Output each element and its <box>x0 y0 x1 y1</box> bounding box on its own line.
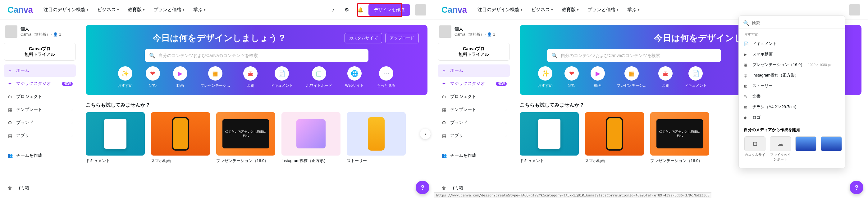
nav-pricing[interactable]: プランと価格▾ <box>584 5 622 14</box>
logo[interactable]: Canva <box>7 5 33 15</box>
hero-search[interactable]: 🔍 <box>547 49 721 62</box>
sidebar-item-apps[interactable]: ▤アプリ› <box>4 129 76 142</box>
dropdown-item-1[interactable]: ▶スマホ動画 <box>739 49 845 60</box>
nav-education[interactable]: 教育版▾ <box>125 5 148 14</box>
sidebar-item-team[interactable]: 👥チームを作成 <box>438 149 510 162</box>
tile-media-1[interactable] <box>795 136 816 151</box>
sidebar-item-trash[interactable]: 🗑ゴミ箱 <box>4 182 76 194</box>
bell-icon[interactable]: 🔔 <box>355 4 366 15</box>
brand-icon: ✪ <box>441 120 447 125</box>
category-1[interactable]: ❤SNS <box>146 66 160 88</box>
status-bar-url: https://www.canva.com/design?create&type… <box>434 192 711 198</box>
chevron-right-icon: › <box>71 108 73 112</box>
nav-business[interactable]: ビジネス▾ <box>94 5 122 14</box>
card-presentation[interactable]: 伝えたい内容を いとも簡単に形へ <box>650 112 709 156</box>
sidebar-item-templates[interactable]: ▦テンプレート› <box>4 104 76 116</box>
tile-import[interactable]: ☁ <box>770 136 791 151</box>
item-icon: ✎ <box>744 94 749 99</box>
dropdown-item-6[interactable]: 🗎チラシ（A4 21×29.7cm） <box>739 102 845 112</box>
nav-featured[interactable]: 注目のデザイン機能▾ <box>474 5 526 14</box>
hero-search-input[interactable] <box>561 53 717 58</box>
nav-pricing[interactable]: プランと価格▾ <box>150 5 188 14</box>
logo[interactable]: Canva <box>441 5 467 15</box>
dropdown-item-3[interactable]: ◎Instagram投稿（正方形） <box>739 70 845 81</box>
apps-icon: ▤ <box>441 133 447 138</box>
carousel-next-button[interactable]: › <box>420 129 431 139</box>
category-icon: 🖶 <box>658 66 673 81</box>
hero-banner: 今日は何をデザインしましょう？ カスタムサイズ アップロード 🔍 ✨おすすめ❤S… <box>86 25 428 95</box>
item-icon: ◆ <box>744 115 749 120</box>
music-icon[interactable]: ♪ <box>328 4 339 15</box>
avatar[interactable] <box>849 4 860 15</box>
sidebar-item-brand[interactable]: ✪ブランド› <box>438 117 510 129</box>
main-content: 今日は何をデザインしましょう？ カスタムサイズ アップロード 🔍 ✨おすすめ❤S… <box>80 20 434 198</box>
user-avatar-icon <box>439 26 452 38</box>
nav-featured[interactable]: 注目のデザイン機能▾ <box>40 5 92 14</box>
sidebar-item-magic[interactable]: ✦マジックスタジオNEW <box>438 77 510 90</box>
dropdown-item-2[interactable]: ▦プレゼンテーション（16:9） 1920 × 1080 px <box>739 60 845 70</box>
category-4[interactable]: 🖶印刷 <box>658 66 673 88</box>
category-5[interactable]: 📄ドキュメント <box>684 66 707 88</box>
tile-custom-size[interactable]: ⊡ <box>744 136 766 151</box>
nav-education[interactable]: 教育版▾ <box>559 5 582 14</box>
category-2[interactable]: ▶動画 <box>591 66 605 88</box>
dropdown-search[interactable]: 🔍 <box>739 18 845 29</box>
category-0[interactable]: ✨おすすめ <box>118 66 133 88</box>
template-icon: ▦ <box>441 107 447 112</box>
create-design-button[interactable]: デザインを作成 <box>368 4 410 16</box>
category-1[interactable]: ❤SNS <box>564 66 579 88</box>
card-story[interactable] <box>347 112 406 156</box>
category-4[interactable]: 🖶印刷 <box>243 66 257 88</box>
sidebar: 個人 Canva（無料版） · 👤 1 Canvaプロ 無料トライアル ⌂ホーム… <box>434 20 514 198</box>
hero-title: 今日は何をデザインしましょう？ <box>94 32 344 44</box>
card-instagram[interactable] <box>281 112 340 156</box>
custom-size-button[interactable]: カスタムサイズ <box>344 33 382 43</box>
category-icon: ▶ <box>591 66 605 81</box>
user-block[interactable]: 個人 Canva（無料版） · 👤 1 <box>438 24 510 41</box>
upload-button[interactable]: アップロード <box>385 33 419 43</box>
sidebar-item-projects[interactable]: 🗀プロジェクト <box>4 90 76 103</box>
help-fab[interactable]: ? <box>850 181 863 194</box>
sidebar-item-magic[interactable]: ✦マジックスタジオNEW <box>4 77 76 90</box>
category-5[interactable]: 📄ドキュメント <box>271 66 293 88</box>
dropdown-item-0[interactable]: 📄ドキュメント <box>739 38 845 49</box>
hero-search-input[interactable] <box>158 53 364 58</box>
avatar[interactable] <box>415 4 426 15</box>
sidebar-item-team[interactable]: 👥チームを作成 <box>4 149 76 162</box>
sidebar-item-brand[interactable]: ✪ブランド› <box>4 117 76 129</box>
sidebar-item-projects[interactable]: 🗀プロジェクト <box>438 90 510 103</box>
category-8[interactable]: ⋯もっと見る <box>377 66 396 88</box>
sidebar-item-home[interactable]: ⌂ホーム <box>438 65 510 77</box>
chevron-right-icon: › <box>505 134 507 137</box>
card-document[interactable] <box>520 112 579 156</box>
tile-media-2[interactable] <box>821 136 842 151</box>
sidebar-item-apps[interactable]: ▤アプリ› <box>438 129 510 142</box>
category-6[interactable]: ◫ホワイトボード <box>306 66 332 88</box>
category-2[interactable]: ▶動画 <box>173 66 187 88</box>
sidebar-item-templates[interactable]: ▦テンプレート› <box>438 104 510 116</box>
trial-box[interactable]: Canvaプロ 無料トライアル <box>438 43 510 61</box>
category-3[interactable]: ▦プレゼンテーシ… <box>200 66 230 88</box>
category-3[interactable]: ▦プレゼンテーシ… <box>617 66 647 88</box>
trial-box[interactable]: Canvaプロ 無料トライアル <box>4 43 76 61</box>
hero-search[interactable]: 🔍 <box>145 49 368 62</box>
dropdown-item-5[interactable]: ✎文書 <box>739 91 845 102</box>
nav-business[interactable]: ビジネス▾ <box>528 5 556 14</box>
nav-learn[interactable]: 学ぶ▾ <box>190 5 209 14</box>
settings-icon[interactable]: ⚙ <box>341 4 352 15</box>
nav-learn[interactable]: 学ぶ▾ <box>624 5 643 14</box>
category-7[interactable]: 🌐Webサイト <box>345 66 364 88</box>
category-0[interactable]: ✨おすすめ <box>538 66 553 88</box>
dropdown-search-input[interactable] <box>752 21 841 26</box>
category-icon: ❤ <box>564 66 579 81</box>
dropdown-item-7[interactable]: ◆ロゴ <box>739 112 845 123</box>
dropdown-item-4[interactable]: ◐ストーリー <box>739 81 845 91</box>
sidebar-item-home[interactable]: ⌂ホーム <box>4 65 76 77</box>
card-mobile-video[interactable] <box>151 112 210 156</box>
user-block[interactable]: 個人 Canva（無料版） · 👤 1 <box>4 24 76 41</box>
card-mobile-video[interactable] <box>585 112 644 156</box>
folder-icon: 🗀 <box>441 94 447 99</box>
card-document[interactable] <box>86 112 145 156</box>
card-presentation[interactable]: 伝えたい内容を いとも簡単に形へ <box>216 112 275 156</box>
help-fab[interactable]: ? <box>416 181 429 194</box>
